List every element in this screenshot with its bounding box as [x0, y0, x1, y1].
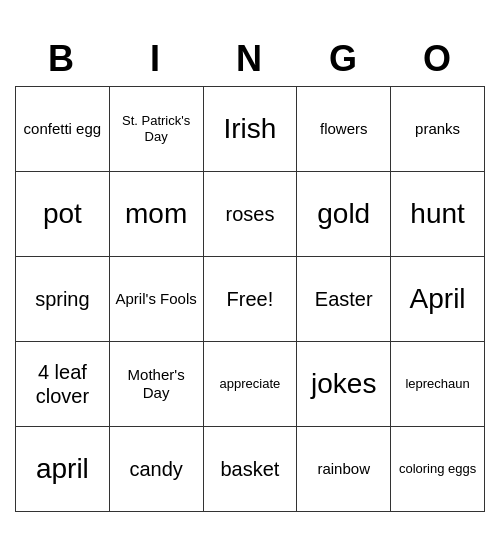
bingo-header: BINGO: [15, 32, 485, 86]
cell-text-4-3: rainbow: [301, 460, 386, 478]
bingo-cell-4-4: coloring eggs: [391, 427, 485, 512]
bingo-cell-3-2: appreciate: [203, 342, 297, 427]
header-letter-g: G: [297, 32, 391, 86]
bingo-cell-0-0: confetti egg: [16, 87, 110, 172]
header-letter-n: N: [203, 32, 297, 86]
cell-text-4-1: candy: [114, 457, 199, 481]
bingo-cell-2-4: April: [391, 257, 485, 342]
bingo-cell-2-1: April's Fools: [109, 257, 203, 342]
bingo-row-3: 4 leaf cloverMother's Dayappreciatejokes…: [16, 342, 485, 427]
cell-text-3-2: appreciate: [208, 376, 293, 392]
bingo-cell-1-3: gold: [297, 172, 391, 257]
bingo-row-1: potmomrosesgoldhunt: [16, 172, 485, 257]
cell-text-1-4: hunt: [395, 197, 480, 231]
bingo-card-container: BINGO confetti eggSt. Patrick's DayIrish…: [15, 32, 485, 512]
bingo-cell-3-3: jokes: [297, 342, 391, 427]
bingo-grid: confetti eggSt. Patrick's DayIrishflower…: [15, 86, 485, 512]
cell-text-3-0: 4 leaf clover: [20, 360, 105, 408]
bingo-cell-1-2: roses: [203, 172, 297, 257]
cell-text-0-0: confetti egg: [20, 120, 105, 138]
bingo-cell-1-1: mom: [109, 172, 203, 257]
cell-text-0-3: flowers: [301, 120, 386, 138]
bingo-cell-3-1: Mother's Day: [109, 342, 203, 427]
bingo-cell-0-4: pranks: [391, 87, 485, 172]
bingo-cell-0-1: St. Patrick's Day: [109, 87, 203, 172]
bingo-cell-0-3: flowers: [297, 87, 391, 172]
cell-text-1-0: pot: [20, 197, 105, 231]
header-letter-i: I: [109, 32, 203, 86]
cell-text-1-3: gold: [301, 197, 386, 231]
cell-text-2-3: Easter: [301, 287, 386, 311]
bingo-cell-3-0: 4 leaf clover: [16, 342, 110, 427]
cell-text-3-3: jokes: [301, 367, 386, 401]
bingo-row-4: aprilcandybasketrainbowcoloring eggs: [16, 427, 485, 512]
cell-text-3-1: Mother's Day: [114, 366, 199, 402]
bingo-cell-4-2: basket: [203, 427, 297, 512]
bingo-cell-1-4: hunt: [391, 172, 485, 257]
cell-text-4-4: coloring eggs: [395, 461, 480, 477]
bingo-cell-2-3: Easter: [297, 257, 391, 342]
cell-text-2-2: Free!: [208, 287, 293, 311]
bingo-cell-2-0: spring: [16, 257, 110, 342]
cell-text-1-2: roses: [208, 202, 293, 226]
cell-text-2-4: April: [395, 282, 480, 316]
cell-text-4-0: april: [20, 452, 105, 486]
cell-text-1-1: mom: [114, 197, 199, 231]
cell-text-3-4: leprechaun: [395, 376, 480, 392]
bingo-cell-4-3: rainbow: [297, 427, 391, 512]
cell-text-0-4: pranks: [395, 120, 480, 138]
bingo-cell-4-1: candy: [109, 427, 203, 512]
cell-text-2-0: spring: [20, 287, 105, 311]
bingo-cell-3-4: leprechaun: [391, 342, 485, 427]
header-letter-b: B: [15, 32, 109, 86]
bingo-row-2: springApril's FoolsFree!EasterApril: [16, 257, 485, 342]
cell-text-0-2: Irish: [208, 112, 293, 146]
bingo-cell-0-2: Irish: [203, 87, 297, 172]
cell-text-0-1: St. Patrick's Day: [114, 113, 199, 144]
cell-text-2-1: April's Fools: [114, 290, 199, 308]
cell-text-4-2: basket: [208, 457, 293, 481]
bingo-row-0: confetti eggSt. Patrick's DayIrishflower…: [16, 87, 485, 172]
header-letter-o: O: [391, 32, 485, 86]
bingo-cell-4-0: april: [16, 427, 110, 512]
bingo-cell-2-2: Free!: [203, 257, 297, 342]
bingo-cell-1-0: pot: [16, 172, 110, 257]
